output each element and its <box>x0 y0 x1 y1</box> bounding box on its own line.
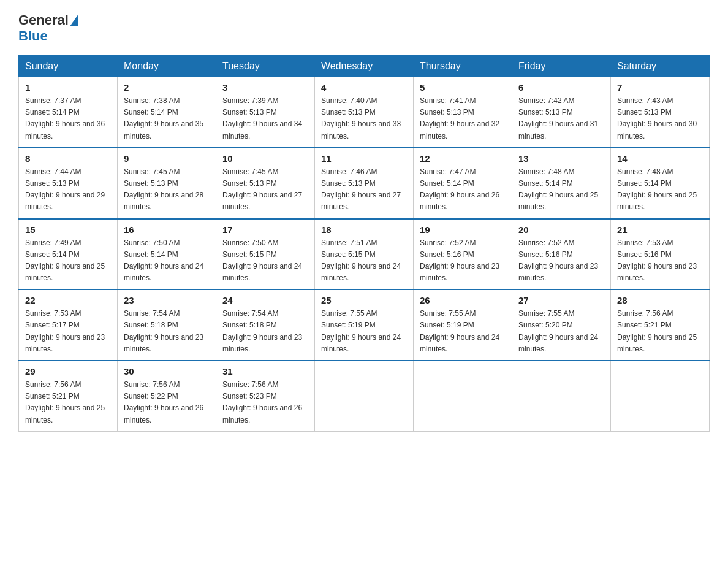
day-number: 28 <box>617 295 703 305</box>
day-info: Sunrise: 7:43 AMSunset: 5:13 PMDaylight:… <box>617 95 703 142</box>
day-number: 2 <box>124 82 210 93</box>
calendar-cell <box>512 361 611 431</box>
calendar-cell: 26Sunrise: 7:55 AMSunset: 5:19 PMDayligh… <box>414 289 512 361</box>
logo-triangle-icon <box>70 14 78 26</box>
day-info: Sunrise: 7:42 AMSunset: 5:13 PMDaylight:… <box>518 95 604 142</box>
calendar-week-row-2: 8Sunrise: 7:44 AMSunset: 5:13 PMDaylight… <box>19 148 710 219</box>
day-number: 30 <box>124 366 210 377</box>
calendar-cell: 13Sunrise: 7:48 AMSunset: 5:14 PMDayligh… <box>512 148 611 219</box>
day-number: 7 <box>617 82 703 93</box>
day-number: 5 <box>420 82 506 93</box>
weekday-header-saturday: Saturday <box>611 56 710 77</box>
calendar-cell: 15Sunrise: 7:49 AMSunset: 5:14 PMDayligh… <box>19 219 118 290</box>
day-number: 19 <box>420 224 506 235</box>
day-number: 25 <box>321 295 407 305</box>
calendar-cell: 3Sunrise: 7:39 AMSunset: 5:13 PMDaylight… <box>216 77 315 148</box>
day-number: 14 <box>617 153 703 164</box>
calendar-cell: 6Sunrise: 7:42 AMSunset: 5:13 PMDaylight… <box>512 77 611 148</box>
calendar-week-row-4: 22Sunrise: 7:53 AMSunset: 5:17 PMDayligh… <box>19 289 710 361</box>
page-header: General Blue <box>18 12 710 44</box>
day-number: 17 <box>222 224 308 235</box>
day-info: Sunrise: 7:55 AMSunset: 5:19 PMDaylight:… <box>420 308 506 355</box>
day-info: Sunrise: 7:45 AMSunset: 5:13 PMDaylight:… <box>124 166 210 213</box>
calendar-cell <box>611 361 710 431</box>
day-info: Sunrise: 7:55 AMSunset: 5:20 PMDaylight:… <box>518 308 604 355</box>
calendar-cell: 20Sunrise: 7:52 AMSunset: 5:16 PMDayligh… <box>512 219 611 290</box>
day-number: 21 <box>617 224 703 235</box>
day-number: 26 <box>420 295 506 305</box>
calendar-cell: 27Sunrise: 7:55 AMSunset: 5:20 PMDayligh… <box>512 289 611 361</box>
weekday-header-row: SundayMondayTuesdayWednesdayThursdayFrid… <box>19 56 710 77</box>
day-number: 6 <box>518 82 604 93</box>
logo: General Blue <box>18 12 80 44</box>
day-info: Sunrise: 7:48 AMSunset: 5:14 PMDaylight:… <box>617 166 703 213</box>
calendar-cell: 7Sunrise: 7:43 AMSunset: 5:13 PMDaylight… <box>611 77 710 148</box>
day-info: Sunrise: 7:44 AMSunset: 5:13 PMDaylight:… <box>25 166 111 213</box>
calendar-cell: 30Sunrise: 7:56 AMSunset: 5:22 PMDayligh… <box>118 361 216 431</box>
day-number: 27 <box>518 295 604 305</box>
calendar-cell: 4Sunrise: 7:40 AMSunset: 5:13 PMDaylight… <box>315 77 414 148</box>
calendar-cell: 11Sunrise: 7:46 AMSunset: 5:13 PMDayligh… <box>315 148 414 219</box>
day-info: Sunrise: 7:47 AMSunset: 5:14 PMDaylight:… <box>420 166 506 213</box>
calendar-cell: 19Sunrise: 7:52 AMSunset: 5:16 PMDayligh… <box>414 219 512 290</box>
day-info: Sunrise: 7:41 AMSunset: 5:13 PMDaylight:… <box>420 95 506 142</box>
day-number: 12 <box>420 153 506 164</box>
calendar-week-row-3: 15Sunrise: 7:49 AMSunset: 5:14 PMDayligh… <box>19 219 710 290</box>
calendar-cell: 9Sunrise: 7:45 AMSunset: 5:13 PMDaylight… <box>118 148 216 219</box>
day-number: 13 <box>518 153 604 164</box>
day-info: Sunrise: 7:39 AMSunset: 5:13 PMDaylight:… <box>222 95 308 142</box>
logo-blue-text: Blue <box>18 28 48 44</box>
calendar-cell: 17Sunrise: 7:50 AMSunset: 5:15 PMDayligh… <box>216 219 315 290</box>
weekday-header-tuesday: Tuesday <box>216 56 315 77</box>
calendar-week-row-5: 29Sunrise: 7:56 AMSunset: 5:21 PMDayligh… <box>19 361 710 431</box>
day-number: 16 <box>124 224 210 235</box>
day-info: Sunrise: 7:56 AMSunset: 5:23 PMDaylight:… <box>222 379 308 426</box>
logo-general-text: General <box>18 12 69 28</box>
calendar-cell: 8Sunrise: 7:44 AMSunset: 5:13 PMDaylight… <box>19 148 118 219</box>
day-info: Sunrise: 7:48 AMSunset: 5:14 PMDaylight:… <box>518 166 604 213</box>
calendar-cell: 16Sunrise: 7:50 AMSunset: 5:14 PMDayligh… <box>118 219 216 290</box>
day-number: 11 <box>321 153 407 164</box>
calendar-cell: 18Sunrise: 7:51 AMSunset: 5:15 PMDayligh… <box>315 219 414 290</box>
day-number: 22 <box>25 295 111 305</box>
weekday-header-thursday: Thursday <box>414 56 512 77</box>
day-number: 31 <box>222 366 308 377</box>
day-info: Sunrise: 7:50 AMSunset: 5:14 PMDaylight:… <box>124 237 210 285</box>
weekday-header-friday: Friday <box>512 56 611 77</box>
day-info: Sunrise: 7:54 AMSunset: 5:18 PMDaylight:… <box>124 308 210 355</box>
calendar-cell: 2Sunrise: 7:38 AMSunset: 5:14 PMDaylight… <box>118 77 216 148</box>
day-info: Sunrise: 7:37 AMSunset: 5:14 PMDaylight:… <box>25 95 111 142</box>
calendar-cell: 31Sunrise: 7:56 AMSunset: 5:23 PMDayligh… <box>216 361 315 431</box>
calendar-week-row-1: 1Sunrise: 7:37 AMSunset: 5:14 PMDaylight… <box>19 77 710 148</box>
calendar-cell: 1Sunrise: 7:37 AMSunset: 5:14 PMDaylight… <box>19 77 118 148</box>
day-number: 29 <box>25 366 111 377</box>
day-info: Sunrise: 7:45 AMSunset: 5:13 PMDaylight:… <box>222 166 308 213</box>
day-number: 18 <box>321 224 407 235</box>
day-number: 4 <box>321 82 407 93</box>
day-info: Sunrise: 7:52 AMSunset: 5:16 PMDaylight:… <box>420 237 506 285</box>
day-info: Sunrise: 7:50 AMSunset: 5:15 PMDaylight:… <box>222 237 308 285</box>
day-info: Sunrise: 7:49 AMSunset: 5:14 PMDaylight:… <box>25 237 111 285</box>
day-info: Sunrise: 7:46 AMSunset: 5:13 PMDaylight:… <box>321 166 407 213</box>
calendar-cell: 5Sunrise: 7:41 AMSunset: 5:13 PMDaylight… <box>414 77 512 148</box>
calendar-cell: 14Sunrise: 7:48 AMSunset: 5:14 PMDayligh… <box>611 148 710 219</box>
day-info: Sunrise: 7:54 AMSunset: 5:18 PMDaylight:… <box>222 308 308 355</box>
weekday-header-sunday: Sunday <box>19 56 118 77</box>
calendar-cell: 24Sunrise: 7:54 AMSunset: 5:18 PMDayligh… <box>216 289 315 361</box>
calendar-cell <box>315 361 414 431</box>
calendar-table: SundayMondayTuesdayWednesdayThursdayFrid… <box>18 55 710 432</box>
day-info: Sunrise: 7:51 AMSunset: 5:15 PMDaylight:… <box>321 237 407 285</box>
calendar-cell: 29Sunrise: 7:56 AMSunset: 5:21 PMDayligh… <box>19 361 118 431</box>
day-number: 10 <box>222 153 308 164</box>
day-number: 1 <box>25 82 111 93</box>
day-info: Sunrise: 7:56 AMSunset: 5:21 PMDaylight:… <box>617 308 703 355</box>
day-info: Sunrise: 7:52 AMSunset: 5:16 PMDaylight:… <box>518 237 604 285</box>
day-number: 20 <box>518 224 604 235</box>
calendar-cell <box>414 361 512 431</box>
day-number: 24 <box>222 295 308 305</box>
day-info: Sunrise: 7:53 AMSunset: 5:17 PMDaylight:… <box>25 308 111 355</box>
calendar-cell: 25Sunrise: 7:55 AMSunset: 5:19 PMDayligh… <box>315 289 414 361</box>
calendar-cell: 10Sunrise: 7:45 AMSunset: 5:13 PMDayligh… <box>216 148 315 219</box>
calendar-cell: 22Sunrise: 7:53 AMSunset: 5:17 PMDayligh… <box>19 289 118 361</box>
day-number: 15 <box>25 224 111 235</box>
